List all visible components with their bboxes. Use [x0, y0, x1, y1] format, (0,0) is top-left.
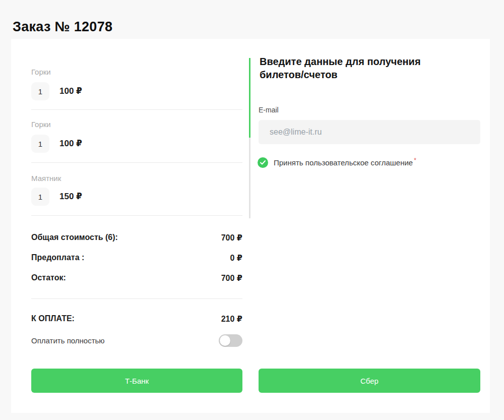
total-value: 700 ₽	[221, 273, 242, 282]
toggle-knob-icon	[220, 335, 230, 346]
form-heading: Введите данные для получения билетов/сче…	[260, 55, 456, 81]
total-value: 700 ₽	[221, 233, 242, 242]
amount-due-value: 210 ₽	[221, 314, 242, 323]
pay-full-label: Оплатить полностью	[31, 336, 105, 345]
item-price: 100 ₽	[59, 135, 82, 153]
order-card: Горки 1 100 ₽ Горки 1 100 ₽ Маятник 1 15…	[11, 39, 490, 413]
item-name: Маятник	[31, 174, 61, 183]
divider	[31, 162, 242, 163]
total-value: 0 ₽	[230, 253, 242, 262]
required-asterisk: *	[414, 157, 416, 164]
pay-full-toggle[interactable]	[219, 334, 242, 347]
total-label: Предоплата :	[31, 253, 84, 262]
checkmark-icon	[260, 160, 266, 165]
item-name: Горки	[31, 120, 51, 129]
agreement-label: Принять пользовательское соглашение*	[274, 158, 416, 167]
scroll-indicator-green	[249, 58, 250, 138]
total-row: Общая стоимость (6): 700 ₽	[31, 233, 242, 242]
total-label: Общая стоимость (6):	[31, 233, 118, 242]
amount-due-label: К ОПЛАТЕ:	[31, 314, 75, 323]
page-title: Заказ № 12078	[13, 19, 112, 35]
total-row: Остаток: 700 ₽	[31, 273, 242, 282]
agreement-row: Принять пользовательское соглашение*	[258, 157, 416, 168]
divider	[31, 215, 242, 216]
agreement-checkbox[interactable]	[258, 157, 268, 168]
item-quantity[interactable]: 1	[31, 135, 49, 153]
total-row: Предоплата : 0 ₽	[31, 253, 242, 262]
item-price: 150 ₽	[59, 188, 82, 206]
item-name: Горки	[31, 68, 51, 76]
sber-pay-button[interactable]: Сбер	[259, 369, 480, 393]
scroll-indicator-track	[249, 138, 250, 218]
email-label: E-mail	[259, 106, 279, 114]
item-price: 100 ₽	[59, 82, 82, 100]
item-quantity[interactable]: 1	[31, 82, 49, 100]
divider	[31, 298, 242, 299]
amount-due-row: К ОПЛАТЕ: 210 ₽	[31, 314, 242, 323]
pay-full-row: Оплатить полностью	[31, 334, 242, 347]
email-field[interactable]	[259, 120, 480, 144]
item-quantity[interactable]: 1	[31, 188, 49, 206]
total-label: Остаток:	[31, 273, 66, 282]
tbank-pay-button[interactable]: Т-Банк	[31, 369, 242, 393]
divider	[31, 109, 242, 110]
